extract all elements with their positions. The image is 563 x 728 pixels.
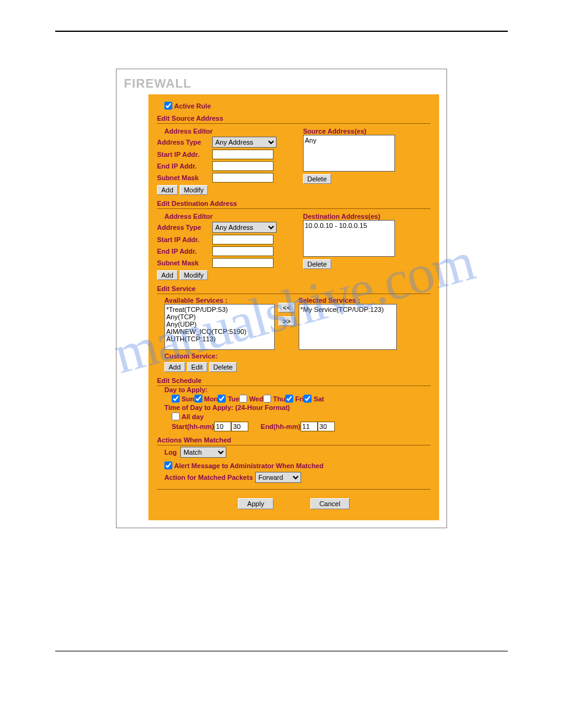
list-item[interactable]: 10.0.0.10 - 10.0.0.15 <box>305 222 393 229</box>
end-hh-input[interactable] <box>301 422 318 431</box>
log-label: Log <box>164 449 177 456</box>
actions-heading: Actions When Matched <box>157 436 431 446</box>
action-packets-select[interactable]: Forward <box>255 472 301 483</box>
day-tue-label: Tue <box>228 395 239 403</box>
edit-schedule-heading: Edit Schedule <box>157 377 431 386</box>
log-select[interactable]: Match <box>180 447 226 458</box>
list-item[interactable]: AUTH(TCP:113) <box>166 335 273 343</box>
day-to-apply-label: Day to Apply: <box>164 386 431 393</box>
custom-add-button[interactable]: Add <box>164 362 185 372</box>
cancel-button[interactable]: Cancel <box>310 498 350 509</box>
edit-source-heading: Edit Source Address <box>157 115 431 124</box>
list-item[interactable]: *My Service(TCP/UDP:123) <box>301 306 395 313</box>
day-sun-label: Sun <box>182 395 194 403</box>
firewall-panel: manualshive.com Active Rule Edit Source … <box>148 94 439 520</box>
dest-end-ip-input[interactable] <box>212 246 274 256</box>
source-start-ip-input[interactable] <box>212 150 274 159</box>
list-item[interactable]: *Treat(TCP/UDP:53) <box>166 306 273 313</box>
day-wed-label: Wed <box>249 395 263 403</box>
day-fri-label: Fri <box>295 395 304 403</box>
dest-subnet-input[interactable] <box>212 258 274 268</box>
dest-start-ip-label: Start IP Addr. <box>157 236 212 243</box>
page-bottom-divider <box>55 651 508 651</box>
day-tue-checkbox[interactable] <box>218 395 226 403</box>
source-subnet-label: Subnet Mask <box>157 174 212 181</box>
source-add-button[interactable]: Add <box>157 185 178 195</box>
active-rule-row: Active Rule <box>164 102 431 110</box>
list-item[interactable]: Any(TCP) <box>166 313 273 320</box>
source-editor-title: Address Editor <box>164 127 285 135</box>
source-end-ip-label: End IP Addr. <box>157 162 212 170</box>
day-thu-label: Thu <box>273 395 285 403</box>
source-address-type-label: Address Type <box>157 138 212 146</box>
selected-services-label: Selected Services : <box>299 297 397 304</box>
days-row: Sun Mon Tue Wed Thu Fri Sat <box>172 395 431 403</box>
day-sat-checkbox[interactable] <box>304 395 312 403</box>
source-list-col: Source Address(es) Any Delete <box>303 127 431 195</box>
source-start-ip-label: Start IP Addr. <box>157 151 212 158</box>
available-services-label: Available Services : <box>164 297 275 304</box>
move-left-button[interactable]: << <box>278 303 295 313</box>
start-hh-input[interactable] <box>214 422 231 431</box>
source-delete-button[interactable]: Delete <box>303 174 331 184</box>
dest-start-ip-input[interactable] <box>212 235 274 245</box>
day-sat-label: Sat <box>313 395 324 403</box>
custom-edit-button[interactable]: Edit <box>187 362 207 372</box>
alert-checkbox[interactable] <box>164 461 172 469</box>
top-divider <box>55 31 508 32</box>
list-item[interactable]: Any <box>305 137 393 144</box>
day-fri-checkbox[interactable] <box>285 395 293 403</box>
end-time-label: End(hh-mm) <box>261 423 301 430</box>
source-end-ip-input[interactable] <box>212 161 274 171</box>
day-mon-label: Mon <box>204 395 218 403</box>
list-item[interactable]: AIM/NEW_ICQ(TCP:5190) <box>166 328 273 335</box>
available-services-listbox[interactable]: *Treat(TCP/UDP:53) Any(TCP) Any(UDP) AIM… <box>164 304 275 350</box>
dest-address-type-select[interactable]: Any Address <box>212 222 277 233</box>
alert-label: Alert Message to Administrator When Matc… <box>174 462 323 469</box>
start-time-label: Start(hh-mm) <box>172 423 214 430</box>
source-list-title: Source Address(es) <box>303 127 431 135</box>
dest-modify-button[interactable]: Modify <box>180 270 208 280</box>
source-subnet-input[interactable] <box>212 173 274 183</box>
bottom-divider <box>157 489 431 490</box>
dest-subnet-label: Subnet Mask <box>157 259 212 267</box>
dest-address-type-label: Address Type <box>157 224 212 231</box>
all-day-label: All day <box>182 413 204 420</box>
source-modify-button[interactable]: Modify <box>180 185 208 195</box>
end-mm-input[interactable] <box>318 422 335 431</box>
dest-address-listbox[interactable]: 10.0.0.10 - 10.0.0.15 <box>303 220 395 257</box>
dest-end-ip-label: End IP Addr. <box>157 248 212 255</box>
active-rule-checkbox[interactable] <box>164 102 172 110</box>
day-sun-checkbox[interactable] <box>172 395 180 403</box>
dest-editor-title: Address Editor <box>164 213 285 220</box>
source-editor-col: Address Editor Address Type Any Address … <box>157 127 285 195</box>
time-to-apply-label: Time of Day to Apply: (24-Hour Format) <box>164 404 431 411</box>
dest-delete-button[interactable]: Delete <box>303 259 331 269</box>
all-day-checkbox[interactable] <box>172 412 180 420</box>
list-item[interactable]: Any(UDP) <box>166 320 273 328</box>
dest-list-title: Destination Address(es) <box>303 213 431 220</box>
dest-list-col: Destination Address(es) 10.0.0.10 - 10.0… <box>303 213 431 280</box>
active-rule-label: Active Rule <box>174 102 211 110</box>
edit-service-heading: Edit Service <box>157 285 431 294</box>
selected-services-listbox[interactable]: *My Service(TCP/UDP:123) <box>299 304 397 350</box>
action-packets-label: Action for Matched Packets <box>164 474 253 481</box>
day-thu-checkbox[interactable] <box>263 395 271 403</box>
dest-editor-col: Address Editor Address Type Any Address … <box>157 213 285 280</box>
day-wed-checkbox[interactable] <box>239 395 247 403</box>
edit-dest-heading: Edit Destination Address <box>157 200 431 209</box>
screenshot-frame: FIREWALL manualshive.com Active Rule Edi… <box>116 69 447 528</box>
dest-add-button[interactable]: Add <box>157 270 178 280</box>
start-mm-input[interactable] <box>231 422 248 431</box>
day-mon-checkbox[interactable] <box>194 395 202 403</box>
custom-delete-button[interactable]: Delete <box>209 362 237 372</box>
apply-button[interactable]: Apply <box>238 498 274 509</box>
custom-service-label: Custom Service: <box>164 352 431 360</box>
source-address-listbox[interactable]: Any <box>303 135 395 172</box>
source-address-type-select[interactable]: Any Address <box>212 137 277 148</box>
page-title: FIREWALL <box>124 77 439 91</box>
move-right-button[interactable]: >> <box>278 316 295 326</box>
